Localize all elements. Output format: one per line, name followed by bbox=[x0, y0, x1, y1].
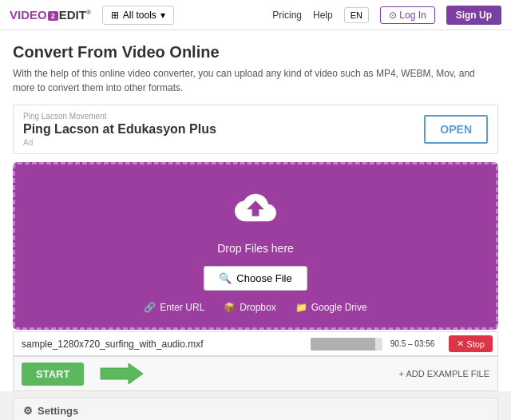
signup-button[interactable]: Sign Up bbox=[446, 6, 501, 25]
add-example-file-link[interactable]: + ADD EXAMPLE FILE bbox=[399, 369, 489, 378]
settings-header: ⚙ Settings bbox=[14, 398, 497, 420]
google-drive-link[interactable]: 📁 Google Drive bbox=[295, 302, 367, 313]
settings-section: ⚙ Settings Convert video file(s) to: MOV… bbox=[13, 398, 498, 420]
svg-marker-0 bbox=[101, 363, 143, 384]
link-icon: 🔗 bbox=[144, 302, 156, 313]
drop-files-text: Drop Files here bbox=[28, 242, 483, 255]
header-nav: Pricing Help EN ⊙ Log In Sign Up bbox=[272, 6, 501, 25]
grid-icon: ⊞ bbox=[111, 10, 119, 21]
header: VIDEO2EDIT® ⊞ All tools ▾ Pricing Help E… bbox=[0, 0, 511, 30]
search-icon: 🔍 bbox=[219, 272, 232, 284]
all-tools-label: All tools bbox=[123, 10, 156, 21]
ad-icon: Ad bbox=[23, 138, 216, 147]
file-row: sample_1280x720_surfing_with_audio.mxf 9… bbox=[13, 331, 498, 356]
arrow-indicator bbox=[97, 362, 145, 386]
progress-bar bbox=[311, 338, 382, 351]
enter-url-link[interactable]: 🔗 Enter URL bbox=[144, 302, 204, 313]
action-bar: START + ADD EXAMPLE FILE bbox=[13, 356, 498, 391]
ad-open-button[interactable]: OPEN bbox=[424, 115, 488, 144]
gear-icon: ⚙ bbox=[23, 405, 33, 417]
upload-cloud-icon bbox=[28, 187, 483, 236]
ad-label: Ping Lacson Movement bbox=[23, 112, 216, 121]
ad-text: Ping Lacson at Edukasyon Plus bbox=[23, 122, 216, 137]
drop-zone: Drop Files here 🔍 Choose File 🔗 Enter UR… bbox=[13, 162, 498, 330]
start-button[interactable]: START bbox=[22, 363, 84, 386]
dropbox-icon: 📦 bbox=[224, 302, 236, 313]
logo-text: VIDEO2EDIT® bbox=[10, 8, 91, 22]
ad-banner: Ping Lacson Movement Ping Lacson at Eduk… bbox=[13, 105, 498, 154]
stop-label: Stop bbox=[466, 339, 485, 349]
language-button[interactable]: EN bbox=[344, 7, 369, 23]
logo: VIDEO2EDIT® bbox=[10, 8, 91, 22]
upload-links: 🔗 Enter URL 📦 Dropbox 📁 Google Drive bbox=[28, 302, 483, 313]
dropbox-link[interactable]: 📦 Dropbox bbox=[224, 302, 275, 313]
choose-file-button[interactable]: 🔍 Choose File bbox=[204, 266, 307, 291]
google-drive-icon: 📁 bbox=[295, 302, 307, 313]
settings-title: Settings bbox=[38, 405, 78, 417]
all-tools-button[interactable]: ⊞ All tools ▾ bbox=[102, 6, 174, 25]
progress-fill bbox=[311, 338, 375, 351]
choose-file-label: Choose File bbox=[236, 272, 291, 284]
progress-text: 90.5 – 03:56 bbox=[386, 339, 440, 348]
start-label: START bbox=[36, 368, 69, 380]
page-title: Convert From Video Online bbox=[13, 43, 498, 61]
chevron-down-icon: ▾ bbox=[160, 10, 165, 21]
file-name: sample_1280x720_surfing_with_audio.mxf bbox=[14, 334, 306, 355]
pricing-link[interactable]: Pricing bbox=[272, 10, 302, 21]
x-icon: ✕ bbox=[457, 339, 464, 349]
stop-button[interactable]: ✕ Stop bbox=[449, 335, 493, 352]
login-button[interactable]: ⊙ Log In bbox=[380, 6, 435, 24]
page-description: With the help of this online video conve… bbox=[13, 66, 498, 95]
help-link[interactable]: Help bbox=[313, 10, 333, 21]
